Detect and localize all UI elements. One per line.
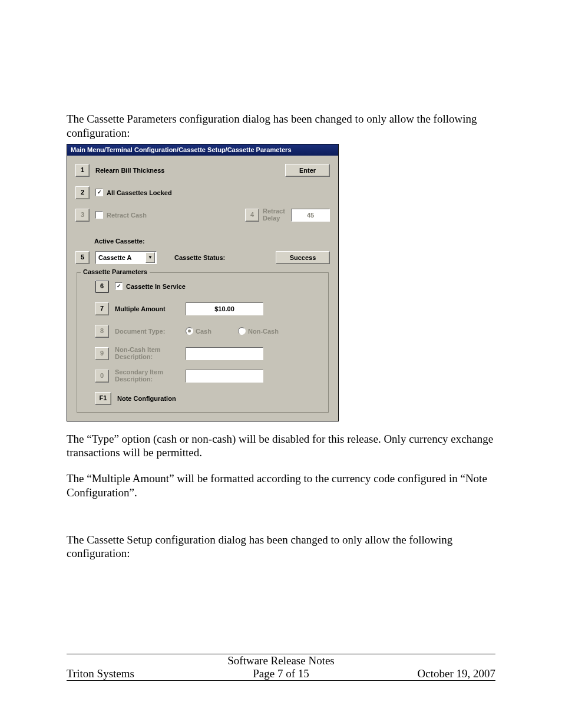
footer-right: October 19, 2007 [352, 667, 495, 680]
check-icon: ✓ [117, 284, 121, 289]
body-paragraph-3: The Cassette Setup configuration dialog … [67, 533, 495, 561]
key-5-button[interactable]: 5 [75, 251, 90, 264]
relearn-label: Relearn Bill Thickness [95, 167, 164, 174]
key-8-button[interactable]: 8 [95, 325, 109, 338]
cassette-status-label: Cassette Status: [174, 254, 225, 261]
all-cassettes-locked-label: All Cassettes Locked [107, 189, 172, 196]
cash-radio-label: Cash [196, 328, 238, 335]
retract-cash-checkbox[interactable] [95, 211, 103, 219]
page-footer: Software Release Notes Triton Systems Pa… [67, 654, 495, 681]
active-cassette-label: Active Cassette: [94, 238, 145, 245]
cassette-status-value: Success [276, 251, 330, 264]
secondary-desc-field[interactable] [186, 370, 263, 383]
cassette-parameters-dialog: Main Menu/Terminal Configuration/Cassett… [67, 144, 339, 421]
non-cash-radio-label: Non-Cash [248, 328, 279, 335]
radio-dot-icon [188, 330, 191, 332]
body-paragraph-2b: The “Multiple Amount” will be formatted … [67, 472, 495, 500]
key-0-button[interactable]: 0 [95, 370, 109, 383]
key-9-button[interactable]: 9 [95, 347, 109, 360]
key-2-button[interactable]: 2 [75, 186, 90, 199]
key-4-button[interactable]: 4 [245, 209, 259, 222]
multiple-amount-field[interactable]: $10.00 [186, 302, 263, 315]
group-legend: Cassette Parameters [81, 268, 150, 275]
active-cassette-select[interactable]: Cassette A ▼ [95, 251, 157, 264]
document-type-label: Document Type: [115, 328, 186, 335]
chevron-down-icon: ▼ [146, 252, 155, 263]
footer-center: Page 7 of 15 [210, 667, 353, 680]
cash-radio[interactable] [186, 327, 193, 335]
key-3-button[interactable]: 3 [75, 209, 90, 222]
cassette-in-service-label: Cassette In Service [126, 283, 186, 290]
dialog-title-bar: Main Menu/Terminal Configuration/Cassett… [67, 144, 338, 156]
non-cash-desc-field[interactable] [186, 347, 263, 360]
footer-title: Software Release Notes [67, 654, 495, 667]
document-page: The Cassette Parameters configuration di… [0, 0, 562, 728]
footer-rule-bottom [67, 680, 495, 681]
body-paragraph-1: The Cassette Parameters configuration di… [67, 112, 495, 140]
cassette-parameters-group: Cassette Parameters 6 ✓ Cassette In Serv… [77, 272, 329, 413]
key-7-button[interactable]: 7 [95, 302, 109, 315]
retract-cash-label: Retract Cash [107, 212, 147, 219]
active-cassette-value: Cassette A [98, 254, 131, 261]
footer-left: Triton Systems [67, 667, 210, 680]
secondary-desc-label: Secondary Item Description: [115, 369, 186, 383]
check-icon: ✓ [97, 190, 102, 195]
retract-delay-label: Retract Delay [263, 208, 291, 222]
key-1-button[interactable]: 1 [75, 164, 90, 177]
non-cash-desc-label: Non-Cash Item Description: [115, 347, 186, 360]
key-f1-button[interactable]: F1 [95, 392, 111, 405]
retract-delay-field[interactable]: 45 [291, 209, 330, 222]
all-cassettes-locked-checkbox[interactable]: ✓ [95, 189, 103, 196]
note-configuration-label: Note Configuration [117, 395, 176, 402]
non-cash-radio[interactable] [238, 327, 246, 335]
key-6-button[interactable]: 6 [95, 280, 109, 293]
cassette-in-service-checkbox[interactable]: ✓ [115, 282, 123, 290]
enter-button[interactable]: Enter [285, 164, 330, 177]
body-paragraph-2a: The “Type” option (cash or non-cash) wil… [67, 432, 495, 460]
multiple-amount-label: Multiple Amount [115, 305, 186, 312]
